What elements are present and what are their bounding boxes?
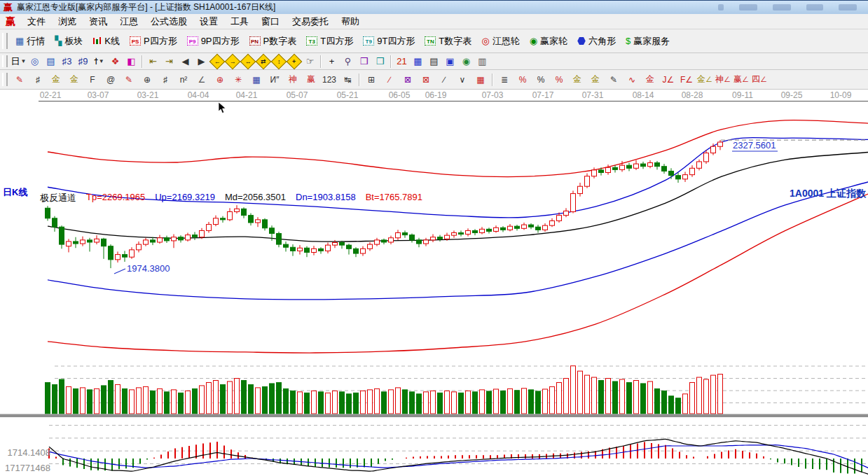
percent-line-tool[interactable]: % bbox=[514, 71, 532, 88]
percent-red-tool[interactable]: % bbox=[550, 71, 568, 88]
stamp-teal-icon[interactable]: ❒ bbox=[372, 55, 388, 69]
gold-grid-tool-1[interactable]: 金 bbox=[47, 71, 65, 88]
menu-item-1[interactable]: 文件 bbox=[21, 14, 52, 29]
p-number-table-button[interactable]: PNP数字表 bbox=[244, 33, 302, 50]
menu-item-10[interactable]: 帮助 bbox=[335, 14, 366, 29]
shen-grid-tool[interactable]: 神 bbox=[284, 71, 302, 88]
kwave-tool[interactable]: И″ bbox=[266, 71, 284, 88]
diamond-hshrink-button[interactable]: ⇄ bbox=[256, 53, 272, 69]
red-matrix-tool[interactable]: ▦ bbox=[471, 71, 490, 88]
analysis-globe-button[interactable]: ◉ bbox=[458, 55, 474, 69]
bars-3-icon[interactable]: ♯3 bbox=[59, 55, 75, 69]
candle-style-dropdown[interactable]: 日▼ bbox=[11, 55, 27, 69]
gold-circle-tool[interactable]: 金 bbox=[568, 71, 586, 88]
web-tool[interactable]: ✳ bbox=[229, 71, 247, 88]
stamp-purple-icon[interactable]: ❒ bbox=[356, 55, 372, 69]
kline-button[interactable]: K线 bbox=[88, 33, 125, 50]
pencil-tool-2[interactable]: ✎ bbox=[120, 71, 138, 88]
si-angle-tool[interactable]: 四∠ bbox=[750, 71, 769, 88]
t-square-button[interactable]: T3T四方形 bbox=[301, 33, 358, 50]
p9-square-button[interactable]: P99P四方形 bbox=[182, 33, 244, 50]
notes-button[interactable]: ▤ bbox=[426, 55, 442, 69]
f-angle-tool[interactable]: F∠ bbox=[677, 71, 696, 88]
zoom-button[interactable]: ⚲ bbox=[340, 55, 356, 69]
trend-line-tool[interactable]: ∕ bbox=[435, 71, 453, 88]
gold-red-tool[interactable]: 金 bbox=[641, 71, 659, 88]
chart-area[interactable]: 02-2103-0703-2104-0404-2105-0705-2106-05… bbox=[0, 90, 868, 476]
menu-item-4[interactable]: 江恩 bbox=[113, 14, 144, 29]
gold-line-tool[interactable]: 金 bbox=[586, 71, 605, 88]
next-button[interactable]: ▶ bbox=[193, 55, 209, 69]
angle-fan-tool[interactable]: ∠ bbox=[193, 71, 211, 88]
hash-tool[interactable]: ♯ bbox=[156, 71, 174, 88]
fan-lines-tool[interactable]: ∕ bbox=[380, 71, 399, 88]
diamond-left-button[interactable]: ← bbox=[209, 53, 226, 69]
network-icon[interactable]: ◎ bbox=[27, 55, 43, 69]
hand-tool-button[interactable]: ☞ bbox=[302, 55, 318, 69]
t-number-table-button[interactable]: TNT数字表 bbox=[420, 33, 476, 50]
skip-start-button[interactable]: ⇤ bbox=[145, 55, 161, 69]
calendar-button[interactable]: 21 bbox=[394, 55, 410, 69]
p-square-button[interactable]: PSP四方形 bbox=[125, 33, 182, 50]
hexagon-button[interactable]: 六角形 bbox=[572, 33, 621, 50]
price-ladder-tool[interactable]: ≣ bbox=[495, 71, 514, 88]
j-angle-tool[interactable]: J∠ bbox=[659, 71, 677, 88]
channel-line-bt bbox=[48, 194, 868, 353]
period-label: 日K线 bbox=[3, 186, 27, 199]
quotes-button[interactable]: ▦行情 bbox=[11, 33, 50, 50]
brush-tool[interactable]: ✎ bbox=[605, 71, 623, 88]
matrix-tool[interactable]: ▦ bbox=[247, 71, 266, 88]
target-tool[interactable]: ⊕ bbox=[211, 71, 229, 88]
save-button[interactable]: ▣ bbox=[442, 55, 458, 69]
winner-wheel-button[interactable]: ◉赢家轮 bbox=[525, 33, 572, 50]
winner-service-button[interactable]: $赢家服务 bbox=[621, 33, 675, 50]
skip-end-button[interactable]: ⇥ bbox=[161, 55, 177, 69]
wave-tool[interactable]: ∿ bbox=[623, 71, 641, 88]
diamond-right-button[interactable]: → bbox=[225, 53, 241, 69]
menu-item-8[interactable]: 窗口 bbox=[255, 14, 286, 29]
crosshair-button[interactable]: + bbox=[324, 55, 340, 69]
diamond-vexpand-button[interactable]: ↕ bbox=[271, 53, 287, 69]
grid-tool[interactable]: ♯ bbox=[29, 71, 47, 88]
gold-angle-tool[interactable]: 金∠ bbox=[696, 71, 714, 88]
candle-type-dropdown[interactable]: ϯ▼ bbox=[91, 55, 107, 69]
ying-angle-tool[interactable]: 赢∠ bbox=[732, 71, 750, 88]
kline-chart-canvas[interactable]: 02-2103-0703-2104-0404-2105-0705-2106-05… bbox=[0, 90, 868, 476]
red-grid-icon[interactable]: ❖ bbox=[107, 55, 123, 69]
ying-grid-tool[interactable]: 赢 bbox=[302, 71, 320, 88]
shen-angle-tool[interactable]: 神∠ bbox=[714, 71, 732, 88]
n2-tool[interactable]: n² bbox=[174, 71, 193, 88]
f-grid-tool[interactable]: F bbox=[83, 71, 102, 88]
gann-wheel-button[interactable]: ◎江恩轮 bbox=[476, 33, 524, 50]
menu-item-2[interactable]: 浏览 bbox=[52, 14, 83, 29]
menu-item-3[interactable]: 资讯 bbox=[83, 14, 113, 29]
clipboard-icon[interactable]: ▤ bbox=[43, 55, 59, 69]
menu-item-6[interactable]: 设置 bbox=[193, 14, 224, 29]
box-tool[interactable]: ⊞ bbox=[362, 71, 380, 88]
percent-tool[interactable]: % bbox=[532, 71, 550, 88]
volume-bar bbox=[214, 380, 219, 414]
pencil-tool[interactable]: ✎ bbox=[11, 71, 29, 88]
gann-box-red-tool[interactable]: ⊠ bbox=[417, 71, 435, 88]
calculator-button[interactable]: ▦ bbox=[410, 55, 426, 69]
volume-bar bbox=[319, 392, 324, 414]
circle-grid-tool[interactable]: ⊕ bbox=[138, 71, 156, 88]
span-tool[interactable]: ↹ bbox=[338, 71, 357, 88]
menu-item-9[interactable]: 交易委托 bbox=[286, 14, 335, 29]
ruler-tool[interactable]: 123 bbox=[320, 71, 338, 88]
diamond-center-button[interactable]: + bbox=[287, 53, 303, 69]
v-lines-tool[interactable]: ∨ bbox=[453, 71, 471, 88]
spiral-tool[interactable]: @ bbox=[102, 71, 120, 88]
gann-box-purple-tool[interactable]: ⊠ bbox=[399, 71, 417, 88]
report-button[interactable]: ▥ bbox=[474, 55, 490, 69]
color-histogram-icon[interactable]: ◧ bbox=[123, 55, 139, 69]
volume-bar bbox=[74, 388, 78, 414]
gold-grid-tool-2[interactable]: 金 bbox=[65, 71, 83, 88]
t9-square-button[interactable]: T99T四方形 bbox=[358, 33, 420, 50]
menu-item-5[interactable]: 公式选股 bbox=[144, 14, 193, 29]
bars-9-icon[interactable]: ♯9 bbox=[75, 55, 91, 69]
diamond-hexpand-button[interactable]: ↔ bbox=[240, 53, 256, 69]
prev-button[interactable]: ◀ bbox=[177, 55, 193, 69]
menu-item-7[interactable]: 工具 bbox=[224, 14, 255, 29]
sectors-button[interactable]: ▚板块 bbox=[50, 33, 88, 50]
